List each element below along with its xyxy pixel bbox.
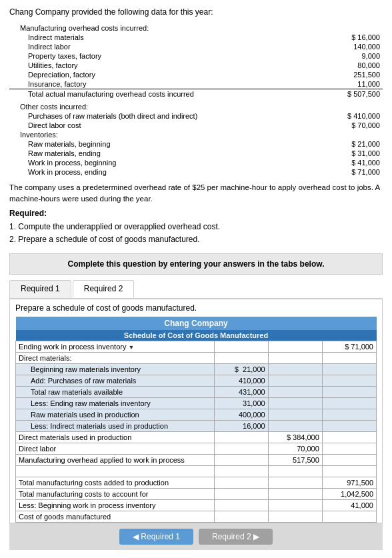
intro-text: Chang Company provided the following dat… — [9, 7, 383, 18]
utilities-amount: 80,000 — [321, 61, 383, 70]
wip-ending-label: Work in process, ending — [9, 167, 321, 177]
depreciation-amount: 251,500 — [321, 70, 383, 79]
required-item-1: 1. Compute the underapplied or overappli… — [9, 221, 383, 233]
tab-required-1[interactable]: Required 1 — [9, 280, 71, 298]
tab-required-2-label: Required 2 — [84, 284, 123, 293]
row-col3-total-mfg-added: 971,500 — [322, 477, 376, 488]
prev-button[interactable]: ◀ Required 1 — [119, 529, 193, 545]
row-label-purchases: Add: Purchases of raw materials — [16, 375, 215, 386]
table-row: Ending work in process inventory ▼ $ 71,… — [16, 341, 377, 352]
overhead-note: The company uses a predetermined overhea… — [9, 182, 383, 205]
other-costs-header: Other costs incurred: — [9, 102, 321, 111]
total-mfg-amount: $ 507,500 — [321, 89, 383, 99]
row-label-direct-labor: Direct labor — [16, 443, 215, 454]
table-row: Direct materials: — [16, 352, 377, 363]
table-row: Total raw materials available 431,000 — [16, 386, 377, 397]
schedule-company: Chang Company — [16, 317, 377, 330]
required-item-2: 2. Prepare a schedule of cost of goods m… — [9, 233, 383, 246]
row-col1-ending-wip — [214, 341, 268, 352]
row-label-less-beg-wip: Less: Beginning work in process inventor… — [16, 499, 215, 511]
next-button[interactable]: Required 2 ▶ — [199, 529, 273, 545]
rm-beginning-label: Raw materials, beginning — [9, 139, 321, 149]
row-col1-rm-used: 400,000 — [214, 409, 268, 420]
indirect-materials-amount: $ 16,000 — [321, 33, 383, 42]
row-col3-cogm[interactable] — [322, 511, 376, 522]
row-label-mfg-oh-applied: Manufacturing overhead applied to work i… — [16, 454, 215, 465]
row-col3-total-mfg-account: 1,042,500 — [322, 488, 376, 499]
rm-ending-label: Raw materials, ending — [9, 149, 321, 158]
row-col1-less-indirect: 16,000 — [214, 420, 268, 431]
row-col3-ending-wip: $ 71,000 — [322, 341, 376, 352]
tab-required-1-label: Required 1 — [21, 284, 60, 293]
row-label-less-indirect: Less: Indirect materials used in product… — [16, 420, 215, 431]
row-col1-total-rm: 431,000 — [214, 386, 268, 397]
tab-content: Prepare a schedule of cost of goods manu… — [9, 299, 383, 523]
tab-required-2[interactable]: Required 2 — [73, 280, 135, 298]
table-row: Less: Ending raw materials inventory 31,… — [16, 397, 377, 409]
total-mfg-label: Total actual manufacturing overhead cost… — [9, 89, 321, 99]
row-label-cogm: Cost of goods manufactured — [16, 511, 215, 522]
table-row: Less: Beginning work in process inventor… — [16, 499, 377, 511]
row-label-dm-used: Direct materials used in production — [16, 431, 215, 443]
dropdown-icon[interactable]: ▼ — [128, 344, 134, 351]
row-col2-mfg-oh-applied: 517,500 — [268, 454, 322, 465]
table-row: Manufacturing overhead applied to work i… — [16, 454, 377, 465]
row-col3-less-beg-wip: 41,000 — [322, 499, 376, 511]
mfg-header: Manufacturing overhead costs incurred: — [9, 23, 321, 33]
manufacturing-overhead-table: Manufacturing overhead costs incurred: I… — [9, 23, 383, 177]
complete-box: Complete this question by entering your … — [9, 253, 383, 275]
property-taxes-label: Property taxes, factory — [9, 51, 321, 61]
insurance-amount: 11,000 — [321, 79, 383, 89]
row-label-total-rm: Total raw materials available — [16, 386, 215, 397]
row-label-rm-used: Raw materials used in production — [16, 409, 215, 420]
inventories-header: Inventories: — [9, 130, 321, 139]
row-col1-purchases: 410,000 — [214, 375, 268, 386]
row-label-total-mfg-account: Total manufacturing costs to account for — [16, 488, 215, 499]
row-col2-dm-used: $ 384,000 — [268, 431, 322, 443]
insurance-label: Insurance, factory — [9, 79, 321, 89]
row-col2-direct-labor: 70,000 — [268, 443, 322, 454]
row-label-less-rm-end: Less: Ending raw materials inventory — [16, 397, 215, 409]
table-row: Direct materials used in production $ 38… — [16, 431, 377, 443]
table-row: Total manufacturing costs added to produ… — [16, 477, 377, 488]
table-row: Total manufacturing costs to account for… — [16, 488, 377, 499]
utilities-label: Utilities, factory — [9, 61, 321, 70]
schedule-table: Chang Company Schedule of Cost of Goods … — [15, 317, 377, 523]
row-col1-less-rm-end: 31,000 — [214, 397, 268, 409]
row-col2-ending-wip — [268, 341, 322, 352]
nav-buttons: ◀ Required 1 Required 2 ▶ — [9, 523, 383, 550]
required-label: Required: — [9, 209, 383, 218]
table-row: Add: Purchases of raw materials 410,000 — [16, 375, 377, 386]
table-row: Direct labor 70,000 — [16, 443, 377, 454]
property-taxes-amount: 9,000 — [321, 51, 383, 61]
direct-materials-header-cell: Direct materials: — [16, 352, 215, 363]
tab-instruction: Prepare a schedule of cost of goods manu… — [15, 303, 377, 313]
row-col1-rm-beg: $ 21,000 — [214, 363, 268, 375]
indirect-labor-label: Indirect labor — [9, 42, 321, 51]
row-label-rm-beg: Beginning raw materials inventory — [16, 363, 215, 375]
row-label-total-mfg-added: Total manufacturing costs added to produ… — [16, 477, 215, 488]
cogm-input[interactable] — [325, 513, 373, 521]
page: Chang Company provided the following dat… — [0, 0, 392, 558]
direct-labor-amount: $ 70,000 — [321, 121, 383, 130]
depreciation-label: Depreciation, factory — [9, 70, 321, 79]
tabs-row: Required 1 Required 2 — [9, 280, 383, 299]
required-items: 1. Compute the underapplied or overappli… — [9, 221, 383, 246]
indirect-labor-amount: 140,000 — [321, 42, 383, 51]
table-row: Cost of goods manufactured — [16, 511, 377, 522]
table-row-empty — [16, 465, 377, 477]
wip-beginning-amount: $ 41,000 — [321, 158, 383, 167]
table-row: Less: Indirect materials used in product… — [16, 420, 377, 431]
indirect-materials-label: Indirect materials — [9, 33, 321, 42]
direct-labor-label: Direct labor cost — [9, 121, 321, 130]
schedule-title: Schedule of Cost of Goods Manufactured — [16, 330, 377, 341]
row-label-ending-wip: Ending work in process inventory ▼ — [16, 341, 215, 352]
rm-ending-amount: $ 31,000 — [321, 149, 383, 158]
purchases-label: Purchases of raw materials (both direct … — [9, 111, 321, 121]
rm-beginning-amount: $ 21,000 — [321, 139, 383, 149]
table-row: Beginning raw materials inventory $ 21,0… — [16, 363, 377, 375]
wip-ending-amount: $ 71,000 — [321, 167, 383, 177]
table-row: Raw materials used in production 400,000 — [16, 409, 377, 420]
purchases-amount: $ 410,000 — [321, 111, 383, 121]
dollar-sign: $ — [345, 343, 351, 351]
